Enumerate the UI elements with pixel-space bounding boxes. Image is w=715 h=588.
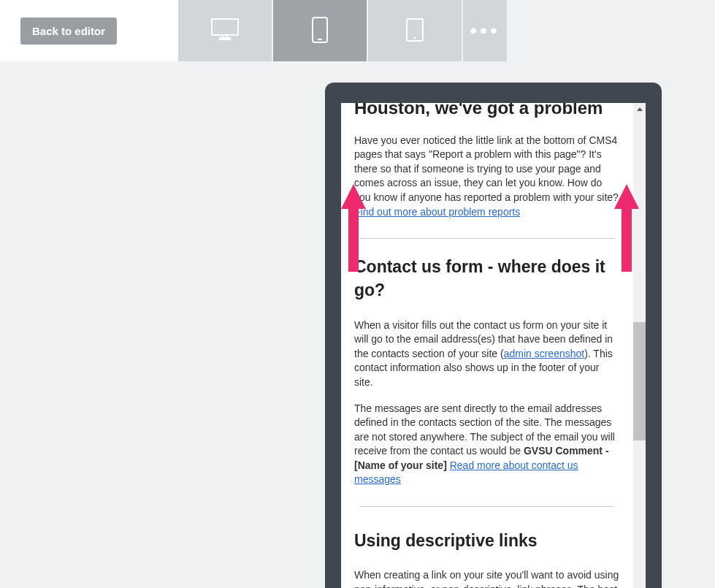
divider <box>360 238 614 239</box>
paragraph: When a visitor fills out the contact us … <box>354 318 620 390</box>
device-phone-button[interactable] <box>273 0 367 61</box>
desktop-icon <box>210 18 240 45</box>
toolbar-left: Back to editor <box>0 0 178 61</box>
back-to-editor-button[interactable]: Back to editor <box>20 18 117 45</box>
divider <box>360 506 614 507</box>
svg-rect-1 <box>318 39 322 40</box>
device-desktop-button[interactable] <box>178 0 272 61</box>
svg-rect-0 <box>313 18 327 42</box>
problem-reports-link[interactable]: Find out more about problem reports <box>354 206 520 218</box>
phone-icon <box>311 16 329 46</box>
toolbar: Back to editor ••• <box>0 0 715 61</box>
more-options-button[interactable]: ••• <box>463 0 507 61</box>
scroll-up-button[interactable] <box>633 103 646 115</box>
scrollbar-thumb[interactable] <box>633 322 646 440</box>
text: Have you ever noticed the little link at… <box>354 134 619 203</box>
device-tablet-button[interactable] <box>368 0 462 61</box>
paragraph: When creating a link on your site you'll… <box>354 568 620 588</box>
admin-screenshot-link[interactable]: admin screenshot <box>504 348 585 359</box>
scrollbar-track[interactable] <box>633 103 646 588</box>
section-heading: Contact us form - where does it go? <box>354 255 620 302</box>
paragraph: The messages are sent directly to the em… <box>354 402 620 488</box>
mobile-preview-frame: Houston, we've got a problem Have you ev… <box>325 83 662 588</box>
svg-point-3 <box>414 37 416 39</box>
tablet-icon <box>405 18 424 45</box>
section-heading: Houston, we've got a problem <box>354 103 620 121</box>
more-icon: ••• <box>470 20 500 41</box>
section-heading: Using descriptive links <box>354 529 620 552</box>
paragraph: Have you ever noticed the little link at… <box>354 134 620 220</box>
preview-content: Houston, we've got a problem Have you ev… <box>341 103 646 588</box>
